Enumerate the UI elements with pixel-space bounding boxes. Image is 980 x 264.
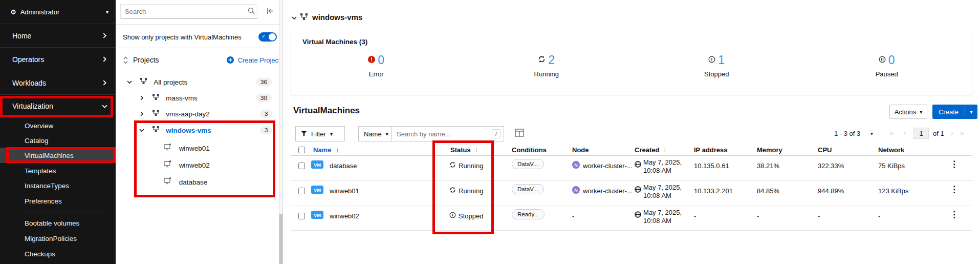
vm-name-link[interactable]: winweb02	[330, 212, 359, 220]
tree-item-all-projects[interactable]: All projects	[127, 78, 187, 86]
chevron-down-icon: ▾	[920, 109, 922, 115]
condition-pill[interactable]: DataV...	[512, 159, 544, 169]
stat-stopped: 1 Stopped	[631, 52, 802, 93]
page-number-input[interactable]: 1	[913, 128, 929, 139]
kebab-menu[interactable]: ⋮	[950, 185, 959, 194]
memory-usage: 84.85%	[757, 187, 779, 195]
actions-button[interactable]: Actions ▾	[889, 105, 927, 119]
row-divider	[291, 230, 972, 231]
column-header-status[interactable]: Status	[450, 146, 471, 154]
create-project-button[interactable]: Create Project	[227, 56, 280, 65]
vm-filter-toggle[interactable]: ✓	[258, 32, 277, 42]
sort-icon[interactable]: ↕	[475, 146, 478, 153]
row-checkbox[interactable]	[298, 188, 305, 194]
sidebar-item-overview[interactable]: Overview	[0, 118, 116, 133]
column-header-network[interactable]: Network	[878, 146, 904, 154]
node-link[interactable]: worker-cluster-...	[583, 187, 633, 195]
sidebar-item-virtualization[interactable]: Virtualization	[0, 95, 116, 117]
column-header-created[interactable]: Created	[635, 146, 659, 154]
table-header-border	[291, 155, 972, 156]
tree-item-mass-vms[interactable]: mass-vms	[139, 94, 198, 102]
sort-asc-icon[interactable]: ↑	[336, 146, 339, 154]
pagination-summary[interactable]: 1 - 3 of 3	[834, 130, 860, 137]
row-checkbox[interactable]	[298, 163, 305, 169]
column-header-name[interactable]: Name	[313, 146, 331, 154]
running-icon	[449, 161, 456, 170]
name-filter-dropdown[interactable]: Name ▾	[358, 126, 392, 141]
toggle-knob	[269, 33, 276, 40]
select-all-checkbox[interactable]	[298, 147, 305, 153]
project-icon	[300, 13, 308, 22]
column-header-cpu[interactable]: CPU	[818, 146, 832, 154]
perspective-switcher[interactable]: ⚙ Administrator ▾	[0, 0, 116, 24]
previous-page-button[interactable]: ‹	[903, 128, 906, 137]
last-page-button[interactable]: »	[960, 128, 964, 137]
tree-item-winweb01[interactable]: winweb01	[164, 144, 210, 152]
created-timestamp: May 7, 2025, 10:08 AM	[643, 158, 682, 174]
network-usage: 123 KiBps	[878, 187, 908, 195]
tree-item-winweb02[interactable]: winweb02	[164, 160, 210, 169]
running-icon	[538, 55, 546, 65]
kebab-menu[interactable]: ⋮	[950, 210, 959, 219]
kebab-menu[interactable]: ⋮	[950, 160, 959, 169]
create-button[interactable]: Create ▾	[932, 105, 977, 119]
tree-item-windows-vms[interactable]: windows-vms	[139, 126, 211, 134]
first-page-button[interactable]: «	[889, 128, 894, 137]
vm-name-link[interactable]: database	[330, 162, 357, 170]
list-title: VirtualMachines	[293, 106, 360, 116]
project-count-badge: 3	[260, 110, 272, 118]
vm-kind-badge: VM	[311, 160, 323, 169]
column-header-memory[interactable]: Memory	[757, 146, 782, 154]
vm-icon-stopped	[164, 161, 171, 169]
next-page-button[interactable]: ›	[951, 128, 953, 137]
chevron-right-icon	[139, 94, 144, 102]
chevron-down-icon[interactable]: ▾	[965, 105, 977, 119]
sidebar-item-templates[interactable]: Templates	[0, 163, 116, 178]
manage-columns-icon[interactable]	[515, 129, 524, 138]
row-divider	[291, 180, 972, 181]
running-icon	[449, 187, 456, 195]
condition-pill[interactable]: DataV...	[512, 184, 544, 194]
project-icon	[153, 127, 160, 134]
sidebar-item-workloads[interactable]: Workloads	[0, 71, 116, 95]
filter-button[interactable]: Filter ▾	[295, 126, 345, 141]
condition-pill[interactable]: Ready...	[512, 209, 545, 219]
vm-filter-toggle-label: Show only projects with VirtualMachines	[123, 33, 242, 41]
node-link[interactable]: worker-cluster-...	[583, 162, 633, 170]
tree-item-vms-aap-day2[interactable]: vms-aap-day2	[139, 110, 210, 118]
chevron-down-icon[interactable]	[292, 14, 297, 22]
project-count-badge: 30	[256, 94, 272, 102]
vm-search-input[interactable]	[391, 126, 504, 141]
vm-name-link[interactable]: winweb01	[330, 187, 359, 195]
projects-sort-icon[interactable]	[123, 56, 128, 66]
sidebar-item-virtualmachines[interactable]: VirtualMachines	[0, 148, 116, 163]
sidebar-item-home[interactable]: Home	[0, 24, 116, 48]
sidebar-item-operators[interactable]: Operators	[0, 48, 116, 71]
sort-icon[interactable]: ↕	[663, 146, 666, 153]
collapse-panel-icon[interactable]	[267, 8, 274, 16]
tree-item-database[interactable]: database	[164, 177, 207, 186]
paused-count[interactable]: 0	[888, 53, 895, 67]
error-count[interactable]: 0	[378, 53, 384, 67]
created-timestamp: May 7, 2025, 10:08 AM	[643, 209, 682, 225]
column-header-conditions[interactable]: Conditions	[512, 146, 547, 154]
stopped-count[interactable]: 1	[718, 53, 725, 67]
column-header-node[interactable]: Node	[572, 146, 589, 154]
project-search-input[interactable]	[120, 4, 257, 18]
project-icon	[153, 110, 160, 118]
sidebar-item-instancetypes[interactable]: InstanceTypes	[0, 178, 116, 193]
sidebar-item-preferences[interactable]: Preferences	[0, 194, 116, 209]
stat-error: 0 Error	[291, 52, 462, 93]
chevron-down-icon[interactable]: ▾	[870, 131, 873, 136]
cpu-usage: 322.33%	[818, 162, 844, 170]
sidebar-item-catalog[interactable]: Catalog	[0, 133, 116, 148]
running-count[interactable]: 2	[548, 53, 555, 67]
row-checkbox[interactable]	[298, 213, 305, 219]
panel-scrollbar-thumb[interactable]	[279, 214, 282, 264]
network-usage: 75 KiBps	[878, 162, 905, 170]
column-header-ip[interactable]: IP address	[694, 146, 728, 154]
sidebar-item-bootable-volumes[interactable]: Bootable volumes	[0, 216, 116, 231]
chevron-right-icon	[102, 33, 107, 38]
sidebar-item-checkups[interactable]: Checkups	[0, 246, 116, 261]
sidebar-item-migrationpolicies[interactable]: MigrationPolicies	[0, 231, 116, 246]
